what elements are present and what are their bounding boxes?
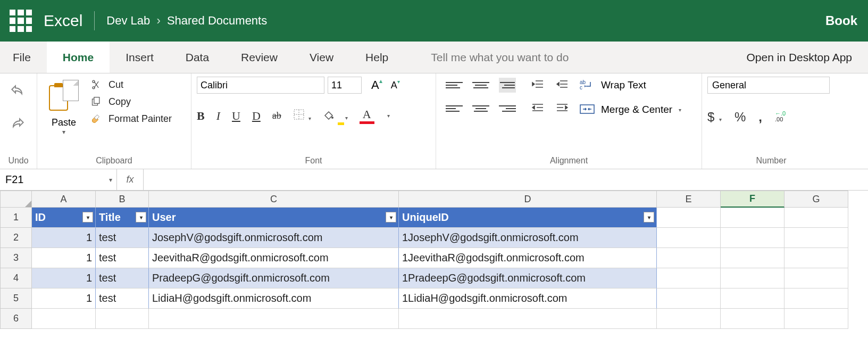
tab-insert[interactable]: Insert — [110, 42, 170, 73]
italic-button[interactable]: I — [216, 109, 220, 123]
outdent-button[interactable] — [530, 101, 546, 114]
cell-F1[interactable] — [721, 208, 784, 228]
column-header-A[interactable]: A — [32, 191, 96, 208]
cell-E4[interactable] — [657, 268, 721, 288]
name-box[interactable]: F21 ▾ — [0, 169, 117, 190]
cell-G5[interactable] — [784, 288, 848, 309]
cell-A6[interactable] — [32, 309, 96, 329]
filter-button-B[interactable]: ▾ — [136, 212, 146, 222]
breadcrumb-library[interactable]: Shared Documents — [167, 14, 267, 27]
cell-G2[interactable] — [784, 228, 848, 248]
increase-indent-button[interactable] — [554, 78, 570, 90]
tab-review[interactable]: Review — [225, 42, 294, 73]
cut-button[interactable]: Cut — [89, 79, 172, 90]
cell-F5[interactable] — [721, 288, 784, 309]
paste-button[interactable]: Paste ▾ — [43, 77, 85, 136]
cell-B6[interactable] — [96, 309, 149, 329]
decrease-indent-button[interactable] — [530, 78, 546, 90]
font-name-select[interactable] — [197, 77, 324, 94]
cell-B2[interactable]: test — [96, 228, 149, 248]
cell-E1[interactable] — [657, 208, 721, 228]
breadcrumb-site[interactable]: Dev Lab — [106, 14, 150, 27]
format-painter-button[interactable]: Format Painter — [89, 113, 172, 125]
cell-B3[interactable]: test — [96, 248, 149, 268]
row-header-6[interactable]: 6 — [0, 309, 32, 329]
cell-A3[interactable]: 1 — [32, 248, 96, 268]
cell-B4[interactable]: test — [96, 268, 149, 288]
double-underline-button[interactable]: D — [252, 109, 261, 123]
cell-A4[interactable]: 1 — [32, 268, 96, 288]
cell-D1[interactable]: UniqueID▾ — [399, 208, 657, 228]
tab-file[interactable]: File — [0, 42, 47, 73]
row-header-1[interactable]: 1 — [0, 208, 32, 228]
cell-D3[interactable]: 1JeevithaR@godsgift.onmicrosoft.com — [399, 248, 657, 268]
chevron-down-icon[interactable]: ▾ — [679, 107, 681, 113]
row-header-5[interactable]: 5 — [0, 288, 32, 309]
cell-C5[interactable]: LidiaH@godsgift.onmicrosoft.com — [149, 288, 399, 309]
cell-D4[interactable]: 1PradeepG@godsgift.onmicrosoft.com — [399, 268, 657, 288]
cell-E6[interactable] — [657, 309, 721, 329]
align-top-button[interactable] — [446, 78, 463, 93]
grow-font-button[interactable]: A▴ — [371, 78, 379, 92]
underline-button[interactable]: U — [232, 109, 240, 123]
percent-format-button[interactable]: % — [735, 110, 746, 125]
cell-E2[interactable] — [657, 228, 721, 248]
align-middle-button[interactable] — [472, 78, 489, 93]
font-color-button[interactable]: A — [360, 108, 374, 124]
redo-button[interactable] — [9, 116, 28, 135]
align-left-button[interactable] — [446, 101, 463, 116]
wrap-text-button[interactable]: abc Wrap Text — [580, 79, 681, 92]
font-size-select[interactable] — [328, 77, 362, 94]
align-center-button[interactable] — [472, 101, 489, 116]
tab-data[interactable]: Data — [170, 42, 225, 73]
accounting-format-button[interactable]: $ ▾ — [707, 110, 722, 125]
column-header-C[interactable]: C — [149, 191, 399, 208]
column-header-B[interactable]: B — [96, 191, 149, 208]
cell-C6[interactable] — [149, 309, 399, 329]
tell-me-search[interactable]: Tell me what you want to do — [404, 42, 730, 73]
select-all-corner[interactable] — [0, 191, 32, 208]
cell-D2[interactable]: 1JosephV@godsgift.onmicrosoft.com — [399, 228, 657, 248]
cell-F2[interactable] — [721, 228, 784, 248]
open-in-desktop-button[interactable]: Open in Desktop App — [731, 42, 868, 73]
cell-C3[interactable]: JeevithaR@godsgift.onmicrosoft.com — [149, 248, 399, 268]
fx-icon[interactable]: fx — [117, 169, 144, 190]
cell-B1[interactable]: Title▾ — [96, 208, 149, 228]
align-right-button[interactable] — [499, 101, 516, 116]
chevron-down-icon[interactable]: ▾ — [62, 128, 65, 136]
strikethrough-button[interactable]: ab — [272, 110, 281, 121]
borders-button[interactable]: ▾ — [293, 109, 312, 123]
chevron-down-icon[interactable]: ▾ — [109, 176, 112, 184]
cell-A5[interactable]: 1 — [32, 288, 96, 309]
tab-home[interactable]: Home — [47, 42, 110, 73]
row-header-4[interactable]: 4 — [0, 268, 32, 288]
cell-F6[interactable] — [721, 309, 784, 329]
column-header-E[interactable]: E — [657, 191, 721, 208]
cell-C4[interactable]: PradeepG@godsgift.onmicrosoft.com — [149, 268, 399, 288]
merge-center-button[interactable]: Merge & Center ▾ — [580, 103, 681, 116]
align-bottom-button[interactable] — [499, 78, 516, 93]
cell-E5[interactable] — [657, 288, 721, 309]
cell-C1[interactable]: User▾ — [149, 208, 399, 228]
formula-input[interactable] — [144, 169, 868, 190]
cell-D6[interactable] — [399, 309, 657, 329]
row-header-3[interactable]: 3 — [0, 248, 32, 268]
tab-help[interactable]: Help — [349, 42, 404, 73]
cell-F3[interactable] — [721, 248, 784, 268]
cell-F4[interactable] — [721, 268, 784, 288]
chevron-down-icon[interactable]: ▾ — [387, 113, 390, 119]
increase-decimal-button[interactable]: ←.0.00 — [775, 110, 791, 124]
copy-button[interactable]: Copy — [89, 96, 172, 108]
indent-button[interactable] — [554, 101, 570, 114]
app-launcher-icon[interactable] — [10, 10, 32, 32]
cell-E3[interactable] — [657, 248, 721, 268]
bold-button[interactable]: B — [197, 109, 205, 123]
shrink-font-button[interactable]: A▾ — [391, 80, 397, 91]
cell-A2[interactable]: 1 — [32, 228, 96, 248]
column-header-G[interactable]: G — [784, 191, 848, 208]
cell-G6[interactable] — [784, 309, 848, 329]
filter-button-D[interactable]: ▾ — [644, 212, 654, 222]
fill-color-button[interactable]: ▾ — [323, 109, 348, 123]
cell-A1[interactable]: ID▾ — [32, 208, 96, 228]
cell-G1[interactable] — [784, 208, 848, 228]
